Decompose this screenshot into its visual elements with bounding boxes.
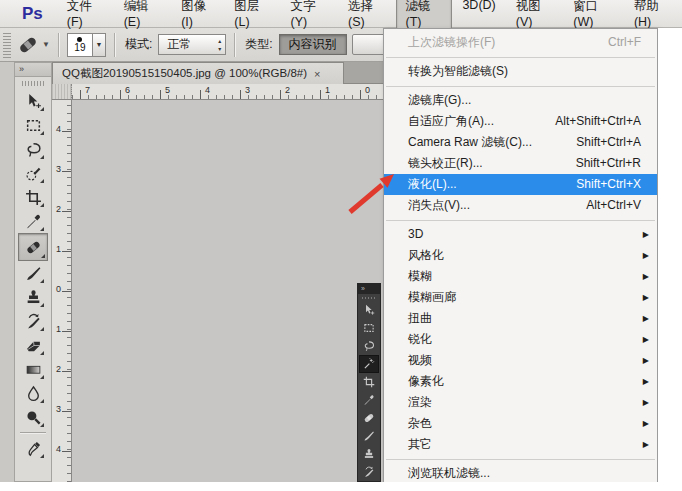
bg-tool-crop[interactable] (359, 373, 379, 391)
menubar-item[interactable]: 文字(Y) (281, 0, 339, 35)
ruler-number: 4 (56, 444, 61, 454)
pen-icon (25, 440, 42, 457)
menu-item[interactable]: 渲染▶ (384, 392, 657, 413)
brush-dropdown-button[interactable]: ▼ (93, 33, 106, 57)
brush-preview: 19 (67, 33, 93, 57)
menu-item[interactable]: 扭曲▶ (384, 308, 657, 329)
bg-tool-magic-wand[interactable] (359, 355, 379, 373)
tool-spot-healing-brush[interactable] (18, 233, 48, 261)
menu-item-label: 风格化 (408, 245, 623, 266)
close-icon[interactable]: × (314, 69, 320, 79)
menu-item[interactable]: 风格化▶ (384, 245, 657, 266)
type-value: 内容识别 (289, 36, 337, 53)
tool-dodge[interactable] (20, 405, 46, 429)
tool-pen[interactable] (20, 436, 46, 460)
bg-tool-rectangular-marquee[interactable] (359, 319, 379, 337)
menu-item-shortcut (633, 413, 641, 434)
ruler-number: 2 (285, 85, 290, 95)
menu-item-label: 液化(L)... (408, 174, 566, 195)
menu-item[interactable]: 液化(L)...Shift+Ctrl+X (384, 174, 657, 195)
menu-item-shortcut: Shift+Ctrl+R (576, 153, 649, 174)
menu-item[interactable]: 像素化▶ (384, 371, 657, 392)
brush-preset-picker[interactable]: 19 ▼ (67, 33, 106, 57)
menu-item[interactable]: 模糊画廊▶ (384, 287, 657, 308)
menu-item-shortcut (633, 224, 641, 245)
submenu-arrow-icon: ▶ (641, 413, 649, 434)
menu-item-label: 视频 (408, 350, 623, 371)
menu-item-shortcut (633, 308, 641, 329)
eraser-icon (25, 337, 42, 354)
tool-eraser[interactable] (20, 333, 46, 357)
tool-crop[interactable] (20, 185, 46, 209)
submenu-arrow-icon: ▶ (641, 266, 649, 287)
tool-lasso[interactable] (20, 137, 46, 161)
ruler-number: 2 (56, 204, 61, 214)
menu-item[interactable]: 3D▶ (384, 224, 657, 245)
mode-select[interactable]: 正常 ▴▾ (158, 34, 226, 55)
flyout-triangle-icon (40, 107, 44, 111)
tool-eyedropper[interactable] (20, 209, 46, 233)
menu-item[interactable]: 锐化▶ (384, 329, 657, 350)
menu-item[interactable]: 其它▶ (384, 434, 657, 455)
menubar-item[interactable]: 文件(F) (57, 0, 114, 35)
tool-brush[interactable] (20, 261, 46, 285)
rectangular-marquee-icon (363, 322, 375, 334)
document-tab[interactable]: QQ截图20190515150405.jpg @ 100%(RGB/8#) × (52, 62, 344, 84)
bg-tool-move[interactable] (359, 301, 379, 319)
active-tool-button[interactable]: ▼ (17, 34, 50, 56)
menubar-item[interactable]: 图层(L) (224, 0, 280, 35)
tool-gradient[interactable] (20, 357, 46, 381)
tool-history-brush[interactable] (20, 309, 46, 333)
menu-item-label: 自适应广角(A)... (408, 111, 545, 132)
menu-item[interactable]: 视频▶ (384, 350, 657, 371)
ruler-corner[interactable] (52, 84, 72, 100)
document-canvas[interactable] (72, 100, 383, 482)
ruler-number: 4 (205, 85, 210, 95)
menu-item[interactable]: 镜头校正(R)...Shift+Ctrl+R (384, 153, 657, 174)
menubar-item[interactable]: 编辑(E) (114, 0, 172, 35)
menu-item[interactable]: 模糊▶ (384, 266, 657, 287)
flyout-triangle-icon (40, 203, 44, 207)
menu-item-label: 上次滤镜操作(F) (408, 32, 598, 53)
right-margin (658, 28, 682, 491)
tool-list (359, 301, 379, 481)
ruler-number: 3 (245, 85, 250, 95)
horizontal-ruler[interactable]: 76543210 (72, 84, 383, 100)
type-content-aware-button[interactable]: 内容识别 (279, 34, 347, 55)
menu-item[interactable]: 自适应广角(A)...Alt+Shift+Ctrl+A (384, 111, 657, 132)
eyedropper-icon (363, 394, 375, 406)
menubar-item[interactable]: 图像(I) (171, 0, 224, 35)
bg-tool-history-brush[interactable] (359, 463, 379, 481)
vertical-ruler[interactable]: 4321012345 (52, 100, 72, 482)
menu-item-shortcut (633, 245, 641, 266)
menu-item[interactable]: 浏览联机滤镜... (384, 463, 657, 484)
panel-collapse-button[interactable]: » (358, 284, 380, 294)
move-icon (363, 304, 375, 316)
panel-collapse-button[interactable]: » (15, 63, 51, 77)
bg-tool-spot-healing-brush[interactable] (359, 409, 379, 427)
document-title: QQ截图20190515150405.jpg @ 100%(RGB/8#) (62, 66, 307, 81)
tool-rectangular-marquee[interactable] (20, 113, 46, 137)
bg-tool-brush[interactable] (359, 427, 379, 445)
menu-item[interactable]: 转换为智能滤镜(S) (384, 61, 657, 82)
type-label: 类型: (245, 36, 272, 53)
quick-selection-icon (25, 165, 42, 182)
tool-clone-stamp[interactable] (20, 285, 46, 309)
panel-grip[interactable] (22, 81, 44, 86)
tool-blur[interactable] (20, 381, 46, 405)
bg-tool-clone-stamp[interactable] (359, 445, 379, 463)
tool-quick-selection[interactable] (20, 161, 46, 185)
bg-tool-eyedropper[interactable] (359, 391, 379, 409)
options-bar-grip[interactable] (3, 32, 11, 58)
ruler-number: 1 (56, 324, 61, 334)
tool-move[interactable] (20, 89, 46, 113)
menu-item[interactable]: Camera Raw 滤镜(C)...Shift+Ctrl+A (384, 132, 657, 153)
crop-icon (25, 189, 42, 206)
menu-item[interactable]: 消失点(V)...Alt+Ctrl+V (384, 195, 657, 216)
gradient-icon (25, 361, 42, 378)
menu-item[interactable]: 滤镜库(G)... (384, 90, 657, 111)
bg-tool-lasso[interactable] (359, 337, 379, 355)
menu-item[interactable]: 杂色▶ (384, 413, 657, 434)
ruler-number: 0 (365, 85, 370, 95)
clone-stamp-icon (363, 448, 375, 460)
